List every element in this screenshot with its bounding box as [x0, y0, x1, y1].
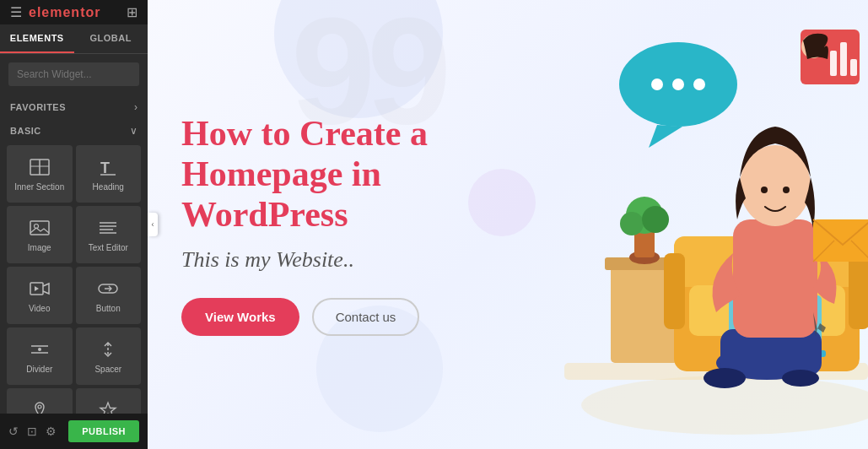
bottom-icons: ↺ ⊡ ⚙ [8, 425, 57, 438]
widget-inner-section[interactable]: Inner Section [7, 145, 73, 203]
sidebar-header: ☰ elementor ⊞ [0, 0, 148, 24]
sidebar-collapse-handle[interactable]: ‹ [148, 213, 158, 236]
svg-rect-5 [30, 221, 49, 235]
collapse-arrow-icon: ‹ [152, 220, 154, 229]
inner-section-icon [30, 159, 50, 178]
page-preview: 99 How to Create a Homepage in WordPress… [148, 0, 868, 449]
widget-inner-section-label: Inner Section [14, 182, 64, 192]
svg-point-19 [38, 405, 41, 408]
view-works-button[interactable]: View Works [181, 298, 299, 336]
widget-button-label: Button [96, 304, 121, 314]
widget-heading-label: Heading [93, 182, 124, 192]
search-input[interactable] [8, 62, 139, 86]
spacer-icon [98, 341, 118, 360]
elementor-logo: elementor [29, 5, 100, 20]
widget-video-label: Video [29, 304, 50, 314]
svg-point-46 [651, 78, 663, 90]
svg-point-16 [38, 348, 41, 351]
svg-rect-41 [733, 219, 817, 338]
svg-point-48 [693, 78, 705, 90]
widget-spacer-label: Spacer [94, 365, 121, 375]
hero-buttons: View Works Contact us [181, 298, 477, 336]
hero-text: How to Create a Homepage in WordPress Th… [148, 88, 502, 362]
svg-rect-53 [850, 59, 857, 76]
image-icon [30, 219, 50, 239]
svg-point-39 [704, 368, 746, 388]
basic-label: BASIC [10, 126, 41, 136]
widget-heading[interactable]: T Heading [76, 145, 142, 203]
widget-spacer[interactable]: Spacer [76, 327, 142, 385]
grid-icon[interactable]: ⊞ [127, 4, 137, 20]
settings-icon[interactable]: ⚙ [46, 425, 57, 438]
svg-point-44 [783, 187, 790, 193]
favorites-label: FAVORITES [10, 102, 66, 112]
hamburger-icon[interactable]: ☰ [10, 4, 22, 20]
widget-video[interactable]: Video [7, 267, 73, 324]
hero-subtitle: This is my Website.. [181, 247, 477, 273]
svg-point-28 [620, 212, 644, 235]
svg-marker-12 [35, 286, 39, 291]
widget-image-label: Image [28, 243, 51, 253]
heading-icon: T [99, 159, 117, 178]
favorites-section-header[interactable]: FAVORITES › [0, 95, 148, 118]
svg-rect-52 [840, 42, 847, 76]
svg-point-40 [782, 370, 819, 387]
widget-divider[interactable]: Divider [7, 327, 73, 385]
main-content: 99 How to Create a Homepage in WordPress… [148, 0, 868, 449]
widget-text-editor-label: Text Editor [89, 243, 128, 253]
video-icon [30, 280, 50, 300]
widget-divider-label: Divider [26, 365, 52, 375]
button-icon [98, 280, 118, 300]
favorites-arrow-icon: › [134, 101, 137, 113]
sidebar: ☰ elementor ⊞ ELEMENTS GLOBAL FAVORITES … [0, 0, 148, 449]
widgets-grid: Inner Section T Heading Image [0, 142, 148, 449]
history-icon[interactable]: ↺ [8, 425, 19, 438]
svg-text:T: T [100, 160, 110, 176]
basic-arrow-icon: ∨ [130, 125, 137, 137]
svg-rect-51 [830, 51, 837, 76]
svg-rect-33 [849, 253, 868, 329]
svg-point-43 [761, 187, 768, 193]
divider-icon [30, 341, 50, 360]
tabs-row: ELEMENTS GLOBAL [0, 24, 148, 54]
svg-point-29 [642, 206, 669, 233]
basic-section-header[interactable]: BASIC ∨ [0, 118, 148, 142]
widget-image[interactable]: Image [7, 206, 73, 263]
sidebar-header-left: ☰ elementor [10, 4, 100, 20]
contact-us-button[interactable]: Contact us [312, 298, 420, 336]
hero-title: How to Create a Homepage in WordPress [181, 113, 477, 235]
svg-point-47 [672, 78, 684, 90]
text-editor-icon [98, 219, 118, 239]
sidebar-bottom: ↺ ⊡ ⚙ PUBLISH [0, 414, 148, 449]
illustration [480, 0, 868, 449]
widget-text-editor[interactable]: Text Editor [76, 206, 142, 263]
publish-button[interactable]: PUBLISH [68, 420, 139, 442]
svg-rect-32 [664, 253, 685, 329]
responsive-icon[interactable]: ⊡ [27, 425, 37, 438]
tab-elements[interactable]: ELEMENTS [0, 24, 74, 53]
widget-button[interactable]: Button [76, 267, 142, 324]
tab-global[interactable]: GLOBAL [74, 24, 148, 53]
